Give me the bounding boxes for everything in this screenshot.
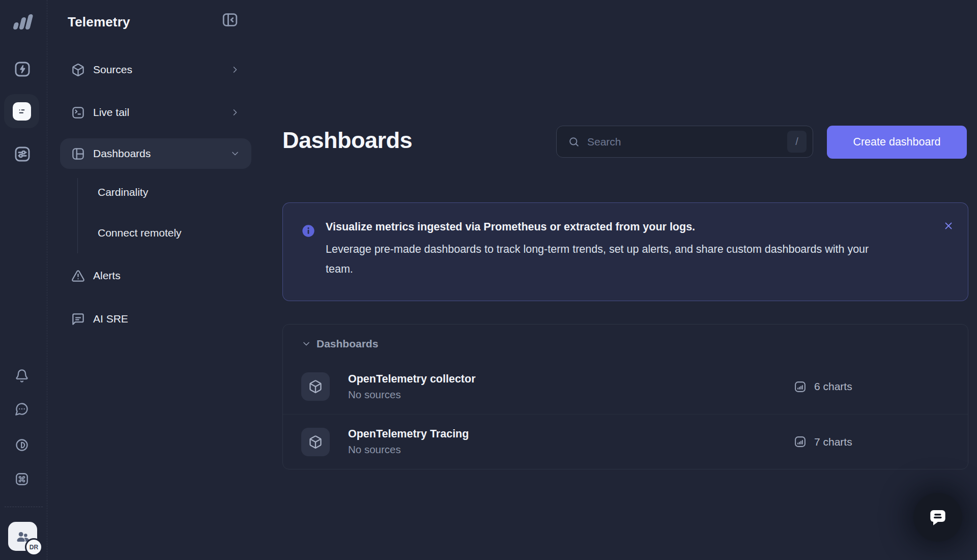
panel-collapse-icon[interactable] xyxy=(221,11,239,28)
sidebar: Telemetry Sources xyxy=(47,0,261,560)
axiom-logo-icon[interactable] xyxy=(10,13,33,31)
cube-icon xyxy=(301,428,330,456)
chat-dots-icon[interactable] xyxy=(15,402,29,416)
sidebar-subitem-label: Connect remotely xyxy=(98,227,182,239)
command-icon[interactable] xyxy=(15,472,29,486)
alert-triangle-icon xyxy=(71,269,85,283)
dashboard-subtitle: No sources xyxy=(348,444,469,456)
sidebar-item-alerts[interactable]: Alerts xyxy=(60,260,251,291)
icon-rail: DR xyxy=(0,0,47,560)
avatar-initials-badge: DR xyxy=(26,540,41,554)
sidebar-item-label: Alerts xyxy=(93,270,240,282)
sidebar-item-label: AI SRE xyxy=(93,313,240,325)
chevron-down-icon xyxy=(301,339,311,349)
sidebar-subitem-connect-remotely[interactable]: Connect remotely xyxy=(98,223,245,243)
dashboard-row-opentelemetry-tracing[interactable]: OpenTelemetry Tracing No sources 7 chart… xyxy=(283,414,968,469)
app-window: DR Telemetry Sources xyxy=(0,0,977,560)
bar-chart-icon xyxy=(794,380,807,393)
cube-icon xyxy=(301,372,330,401)
section-title: Dashboards xyxy=(317,338,378,350)
sidebar-item-ai-sre[interactable]: AI SRE xyxy=(60,304,251,334)
grid-icon xyxy=(71,147,85,161)
subtree-guide-line xyxy=(77,178,78,253)
chat-bubble-icon[interactable] xyxy=(913,493,962,542)
message-icon xyxy=(71,312,85,326)
sidebar-item-live-tail[interactable]: Live tail xyxy=(60,97,251,128)
sidebar-item-sources[interactable]: Sources xyxy=(60,54,251,85)
search-input[interactable] xyxy=(587,136,780,148)
dashboard-subtitle: No sources xyxy=(348,389,476,401)
sliders-icon[interactable] xyxy=(14,145,31,163)
charts-count-label: 6 charts xyxy=(814,380,852,393)
sidebar-subitem-label: Cardinality xyxy=(98,186,148,198)
sidebar-title: Telemetry xyxy=(68,14,130,30)
charts-count-label: 7 charts xyxy=(814,436,852,448)
sidebar-item-label: Dashboards xyxy=(93,148,222,160)
page-title: Dashboards xyxy=(282,127,412,154)
contrast-icon[interactable] xyxy=(15,438,29,452)
terminal-icon xyxy=(71,106,85,120)
banner-body: Leverage pre-made dashboards to track lo… xyxy=(326,240,885,279)
bell-icon[interactable] xyxy=(15,369,29,383)
search-icon xyxy=(568,136,580,148)
search-box: / xyxy=(556,126,813,158)
logs-rail-active-indicator xyxy=(4,94,39,128)
main-content: Dashboards / Create dashboard xyxy=(261,0,977,560)
dashboard-title: OpenTelemetry Tracing xyxy=(348,428,469,440)
create-dashboard-button[interactable]: Create dashboard xyxy=(827,126,967,159)
banner-heading: Visualize metrics ingested via Prometheu… xyxy=(326,218,932,235)
sidebar-subitem-cardinality[interactable]: Cardinality xyxy=(98,182,245,202)
chevron-right-icon xyxy=(230,107,240,117)
bar-chart-icon xyxy=(794,435,807,448)
rail-divider xyxy=(5,507,43,507)
dashboards-list-card: Dashboards OpenTelemetry collector No so… xyxy=(282,324,968,469)
charts-count: 6 charts xyxy=(794,380,852,393)
sidebar-item-label: Sources xyxy=(93,64,222,76)
sidebar-item-label: Live tail xyxy=(93,106,222,119)
lightning-icon[interactable] xyxy=(14,61,31,78)
charts-count: 7 charts xyxy=(794,435,852,448)
dashboards-section-header[interactable]: Dashboards xyxy=(283,325,968,359)
cube-icon xyxy=(71,63,85,77)
close-icon[interactable] xyxy=(943,220,954,231)
info-banner: Visualize metrics ingested via Prometheu… xyxy=(282,202,968,301)
dashboard-title: OpenTelemetry collector xyxy=(348,373,476,386)
chevron-down-icon xyxy=(230,149,240,159)
info-filled-icon xyxy=(301,224,315,238)
logs-icon[interactable] xyxy=(13,102,31,121)
search-shortcut-key: / xyxy=(787,131,807,153)
dashboard-row-opentelemetry-collector[interactable]: OpenTelemetry collector No sources 6 cha… xyxy=(283,359,968,414)
sidebar-item-dashboards[interactable]: Dashboards xyxy=(60,138,251,169)
chevron-right-icon xyxy=(230,65,240,75)
